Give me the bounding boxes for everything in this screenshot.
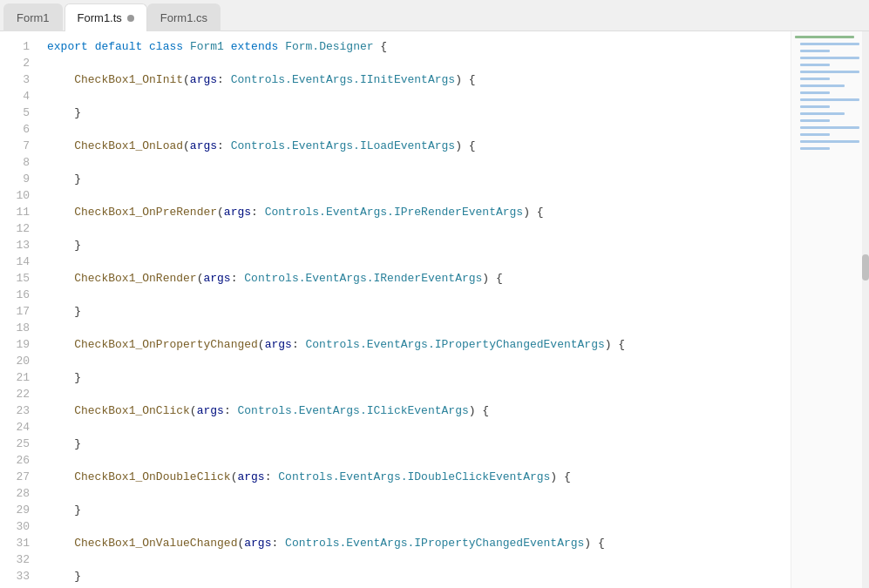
code-line: [47, 220, 791, 237]
code-line: CheckBox1_OnRender(args: Controls.EventA…: [47, 270, 791, 287]
code-line: }: [47, 436, 791, 452]
line-number: 20: [0, 353, 40, 369]
line-number: 8: [0, 154, 40, 171]
line-number: 10: [0, 187, 40, 204]
line-number: 32: [0, 551, 40, 568]
minimap[interactable]: [791, 31, 869, 588]
line-number: 24: [0, 419, 40, 436]
code-line: }: [47, 237, 791, 253]
line-number: 15: [0, 270, 40, 287]
minimap-line: [795, 95, 866, 98]
code-line: CheckBox1_OnLoad(args: Controls.EventArg…: [47, 138, 791, 154]
minimap-line: [800, 119, 830, 122]
code-line: [47, 419, 791, 436]
line-number: 21: [0, 369, 40, 386]
minimap-line: [800, 84, 845, 87]
line-number: 29: [0, 502, 40, 518]
scrollbar-thumb[interactable]: [862, 254, 869, 280]
code-line: [47, 88, 791, 105]
minimap-line: [800, 147, 830, 150]
code-line: [47, 452, 791, 469]
line-number: 30: [0, 518, 40, 535]
minimap-line: [795, 137, 866, 139]
minimap-line: [795, 81, 866, 84]
code-line: [47, 320, 791, 336]
minimap-line: [795, 130, 866, 132]
minimap-line: [800, 71, 859, 73]
code-content[interactable]: export default class Form1 extends Form.…: [40, 31, 791, 588]
code-line: }: [47, 502, 791, 518]
minimap-line: [795, 39, 866, 42]
code-line: [47, 551, 791, 568]
code-line: [47, 518, 791, 535]
minimap-line: [795, 88, 866, 91]
minimap-line: [800, 133, 830, 136]
minimap-line: [800, 112, 845, 115]
minimap-line: [800, 64, 830, 66]
code-line: CheckBox1_OnInit(args: Controls.EventArg…: [47, 71, 791, 88]
code-line: [47, 154, 791, 171]
tab-form1cs-label: Form1.cs: [160, 11, 207, 24]
line-number: 16: [0, 287, 40, 303]
minimap-line: [795, 46, 866, 49]
tab-form1[interactable]: Form1: [3, 3, 63, 31]
code-line: }: [47, 171, 791, 187]
line-number: 12: [0, 220, 40, 237]
line-number: 14: [0, 253, 40, 270]
minimap-line: [800, 78, 830, 80]
code-line: [47, 485, 791, 502]
tab-bar: Form1 Form1.ts Form1.cs: [0, 0, 869, 31]
line-number: 27: [0, 469, 40, 485]
tab-form1-label: Form1: [17, 11, 50, 24]
line-number: 28: [0, 485, 40, 502]
line-number: 17: [0, 303, 40, 320]
code-line: CheckBox1_OnValueChanged(args: Controls.…: [47, 535, 791, 551]
minimap-line: [795, 74, 866, 77]
line-number: 22: [0, 386, 40, 402]
line-number: 7: [0, 138, 40, 154]
line-number: 26: [0, 452, 40, 469]
scrollbar-track[interactable]: [862, 31, 869, 588]
minimap-line: [800, 57, 859, 59]
minimap-line: [795, 109, 866, 112]
tab-form1ts-label: Form1.ts: [78, 11, 122, 24]
minimap-content: [791, 31, 869, 154]
minimap-line: [800, 43, 859, 45]
minimap-line: [800, 126, 859, 129]
minimap-line: [795, 36, 854, 38]
code-line: CheckBox1_OnPreRender(args: Controls.Eve…: [47, 204, 791, 220]
line-number: 6: [0, 121, 40, 138]
code-line: }: [47, 568, 791, 585]
line-number: 2: [0, 55, 40, 71]
code-line: [47, 287, 791, 303]
code-line: [47, 55, 791, 71]
code-line: [47, 353, 791, 369]
modified-dot-icon: [127, 15, 134, 22]
line-number: 19: [0, 336, 40, 353]
line-number: 3: [0, 71, 40, 88]
line-number: 25: [0, 436, 40, 452]
code-line: [47, 253, 791, 270]
minimap-line: [795, 67, 866, 70]
line-number: 18: [0, 320, 40, 336]
line-number: 9: [0, 171, 40, 187]
line-number: 5: [0, 105, 40, 121]
code-line: }: [47, 105, 791, 121]
tab-form1ts[interactable]: Form1.ts: [64, 3, 147, 31]
code-line: [47, 187, 791, 204]
tab-form1cs[interactable]: Form1.cs: [147, 3, 221, 31]
minimap-line: [795, 116, 866, 118]
code-line: }: [47, 369, 791, 386]
minimap-line: [800, 91, 830, 94]
minimap-line: [795, 123, 866, 125]
code-line: CheckBox1_OnPropertyChanged(args: Contro…: [47, 336, 791, 353]
minimap-line: [795, 144, 866, 146]
minimap-line: [795, 102, 866, 105]
code-line: CheckBox1_OnDoubleClick(args: Controls.E…: [47, 469, 791, 485]
minimap-line: [800, 105, 830, 108]
line-number: 33: [0, 568, 40, 585]
code-line: [47, 386, 791, 402]
code-line: [47, 121, 791, 138]
editor-container: 1234567891011121314151617181920212223242…: [0, 31, 869, 588]
line-number: 11: [0, 204, 40, 220]
